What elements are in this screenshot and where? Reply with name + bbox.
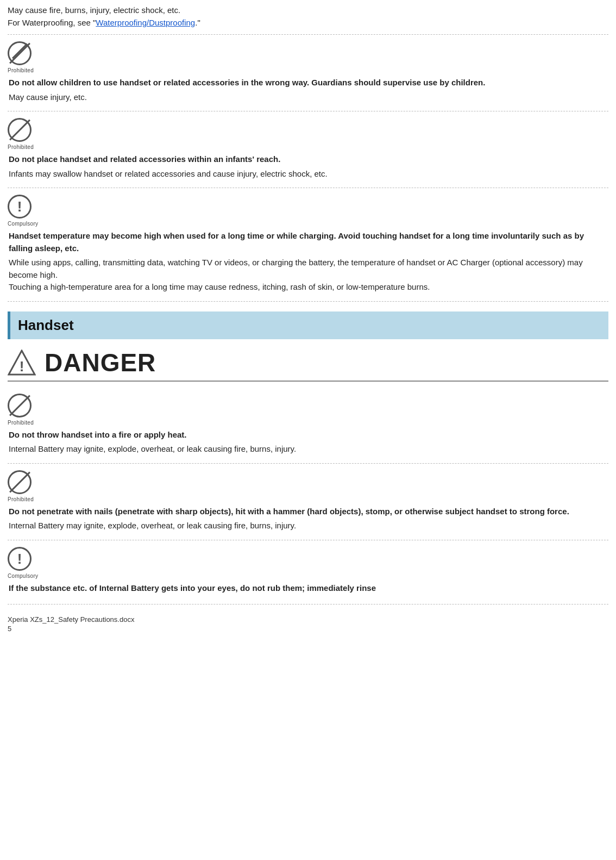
waterproofing-link[interactable]: Waterproofing/Dustproofing (96, 18, 195, 27)
top-line2: For Waterproofing, see "Waterproofing/Du… (8, 17, 608, 29)
warning-block-3: ! Compulsory Handset temperature may bec… (8, 188, 608, 302)
h-prohibited-icon-2 (8, 470, 32, 494)
warning-content-2: Do not place handset and related accesso… (8, 153, 608, 180)
block-body-3: While using apps, calling, transmitting … (9, 257, 608, 294)
danger-triangle-icon: ! (8, 350, 36, 376)
h-block-title-2: Do not penetrate with nails (penetrate w… (9, 506, 608, 518)
block-body-2: Infants may swallow handset or related a… (9, 168, 608, 180)
h-icon-label-1: Prohibited (8, 420, 34, 426)
block-title-1: Do not allow children to use handset or … (9, 77, 608, 89)
h-compulsory-icon-1: ! (8, 547, 32, 571)
warning-content-1: Do not allow children to use handset or … (8, 77, 608, 103)
h-prohibited-icon-1 (8, 394, 32, 417)
h-warning-content-1: Do not throw handset into a fire or appl… (8, 429, 608, 456)
block-title-3: Handset temperature may become high when… (9, 230, 608, 254)
svg-text:!: ! (20, 358, 24, 375)
warning-content-3: Handset temperature may become high when… (8, 230, 608, 294)
warning-block-2: Prohibited Do not place handset and rela… (8, 111, 608, 188)
handset-block-2: Prohibited Do not penetrate with nails (… (8, 464, 608, 540)
danger-triangle-svg: ! (8, 350, 36, 376)
prohibited-icon-1 (8, 41, 32, 65)
h-icon-label-3: Compulsory (8, 573, 38, 579)
h-warning-content-2: Do not penetrate with nails (penetrate w… (8, 506, 608, 532)
icon-row-3: ! Compulsory (8, 195, 608, 227)
page-number: 5 (8, 625, 11, 633)
section-title: Handset (18, 317, 601, 334)
compulsory-icon-1: ! (8, 195, 32, 219)
footer-page: 5 (8, 625, 608, 633)
footer: Xperia XZs_12_Safety Precautions.docx (8, 615, 608, 624)
h-block-title-1: Do not throw handset into a fire or appl… (9, 429, 608, 441)
h-compulsory-exclamation-1: ! (17, 552, 22, 566)
danger-text: DANGER (45, 348, 156, 377)
danger-heading: ! DANGER (8, 345, 608, 382)
top-line2-prefix: For Waterproofing, see " (8, 18, 96, 27)
h-block-title-3: If the substance etc. of Internal Batter… (9, 582, 608, 595)
h-icon-row-3: ! Compulsory (8, 547, 608, 579)
h-icon-row-2: Prohibited (8, 470, 608, 502)
h-block-body-2: Internal Battery may ignite, explode, ov… (9, 520, 608, 532)
h-warning-content-3: If the substance etc. of Internal Batter… (8, 582, 608, 595)
top-line1: May cause fire, burns, injury, electric … (8, 4, 608, 17)
prohibited-icon-2 (8, 118, 32, 142)
section-header: Handset (8, 311, 608, 339)
icon-label-1: Prohibited (8, 67, 34, 73)
footer-doc-name: Xperia XZs_12_Safety Precautions.docx (8, 615, 134, 624)
h-block-body-1: Internal Battery may ignite, explode, ov… (9, 443, 608, 456)
warning-block-1: Prohibited Do not allow children to use … (8, 35, 608, 111)
page-wrapper: May cause fire, burns, injury, electric … (0, 0, 616, 655)
icon-row-2: Prohibited (8, 118, 608, 150)
icon-label-2: Prohibited (8, 144, 34, 150)
block-body-1: May cause injury, etc. (9, 91, 608, 104)
top-line2-suffix: ." (195, 18, 200, 27)
h-icon-row-1: Prohibited (8, 394, 608, 426)
h-icon-label-2: Prohibited (8, 496, 34, 502)
block-title-2: Do not place handset and related accesso… (9, 153, 608, 166)
icon-row-1: Prohibited (8, 41, 608, 73)
handset-block-3: ! Compulsory If the substance etc. of In… (8, 540, 608, 605)
compulsory-exclamation-1: ! (17, 200, 22, 214)
handset-block-1: Prohibited Do not throw handset into a f… (8, 387, 608, 464)
top-section: May cause fire, burns, injury, electric … (8, 0, 608, 35)
icon-label-3: Compulsory (8, 221, 38, 227)
